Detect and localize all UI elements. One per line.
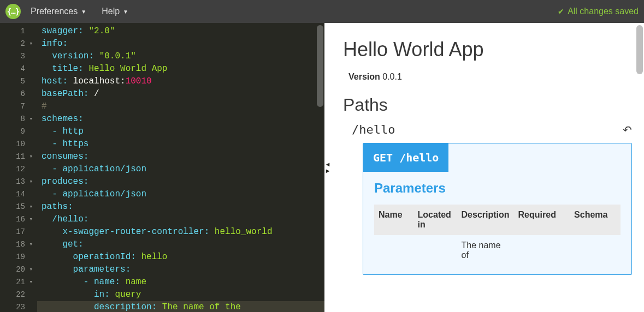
gutter-line: 2▾ — [0, 38, 33, 50]
td-required — [514, 235, 570, 266]
gutter-line: 18▾ — [0, 238, 33, 251]
code-line[interactable]: paths: — [42, 201, 324, 213]
table-row: The name of — [374, 235, 621, 266]
gutter-line: 6 — [0, 88, 33, 100]
editor-code[interactable]: swagger: "2.0"info: version: "0.0.1" tit… — [37, 23, 324, 312]
operation-header[interactable]: GET /hello — [363, 143, 631, 172]
gutter-line: 12 — [0, 163, 33, 176]
parameters-table: Name Located in Description Required Sch… — [374, 205, 621, 266]
gutter-line: 7 — [0, 100, 33, 113]
caret-down-icon: ▼ — [81, 9, 86, 15]
code-line[interactable]: info: — [42, 38, 324, 50]
gutter-line: 8▾ — [0, 113, 33, 125]
th-name: Name — [374, 205, 413, 235]
caret-down-icon: ▼ — [123, 9, 128, 15]
main: 12▾345678▾91011▾1213▾1415▾16▾1718▾1920▾2… — [0, 23, 644, 312]
save-status-text: All changes saved — [568, 7, 639, 16]
td-description: The name of — [457, 235, 514, 266]
gutter-line: 23 — [0, 301, 33, 312]
menu-help-label: Help — [102, 7, 120, 16]
editor-pane[interactable]: 12▾345678▾91011▾1213▾1415▾16▾1718▾1920▾2… — [0, 23, 324, 312]
preview-scrollbar[interactable] — [636, 25, 643, 74]
code-line[interactable]: - http — [42, 125, 324, 138]
menu-preferences-label: Preferences — [31, 7, 78, 16]
parameters-section: Parameters Name Located in Description R… — [363, 172, 631, 274]
code-line[interactable]: get: — [42, 238, 324, 251]
th-located-in: Located in — [413, 205, 457, 235]
gutter-line: 5 — [0, 75, 33, 88]
code-line[interactable]: # — [42, 100, 324, 113]
code-line[interactable]: x-swagger-router-controller: hello_world — [42, 226, 324, 238]
td-schema — [570, 235, 621, 266]
td-name — [374, 235, 413, 266]
code-line[interactable]: - application/json — [42, 163, 324, 176]
swagger-logo: {…} — [5, 4, 21, 19]
version-line: Version 0.0.1 — [348, 72, 632, 82]
th-description: Description — [457, 205, 514, 235]
paths-heading: Paths — [343, 95, 632, 115]
gutter-line: 9 — [0, 125, 33, 138]
chevron-right-icon: ▸ — [326, 167, 329, 174]
gutter-line: 21▾ — [0, 276, 33, 289]
gutter-line: 3 — [0, 50, 33, 63]
operation-card: GET /hello Parameters Name Located in De… — [363, 143, 632, 275]
code-line[interactable]: - https — [42, 138, 324, 151]
table-header-row: Name Located in Description Required Sch… — [374, 205, 621, 235]
gutter-line: 19 — [0, 251, 33, 263]
save-status: ✔ All changes saved — [558, 7, 639, 16]
reply-icon[interactable]: ↶ — [623, 123, 632, 136]
code-line[interactable]: parameters: — [42, 263, 324, 276]
code-line[interactable]: swagger: "2.0" — [42, 25, 324, 38]
code-line[interactable]: schemes: — [42, 113, 324, 125]
path-header[interactable]: /hello ↶ — [352, 123, 632, 136]
topbar: {…} Preferences ▼ Help ▼ ✔ All changes s… — [0, 0, 644, 23]
code-line[interactable]: in: query — [42, 289, 324, 301]
gutter-line: 15▾ — [0, 201, 33, 213]
code-line[interactable]: operationId: hello — [42, 251, 324, 263]
path-name: /hello — [352, 123, 395, 136]
api-title: Hello World App — [343, 38, 632, 61]
td-located-in — [413, 235, 457, 266]
th-schema: Schema — [570, 205, 621, 235]
code-line[interactable]: basePath: / — [42, 88, 324, 100]
gutter-line: 13▾ — [0, 176, 33, 188]
check-icon: ✔ — [558, 7, 564, 16]
splitter-handle[interactable]: ◂ ▸ — [324, 23, 331, 312]
gutter-line: 10 — [0, 138, 33, 151]
preview-pane: Hello World App Version 0.0.1 Paths /hel… — [331, 23, 644, 312]
code-line[interactable]: - application/json — [42, 188, 324, 201]
gutter-line: 17 — [0, 226, 33, 238]
gutter-line: 11▾ — [0, 151, 33, 163]
code-line[interactable]: version: "0.0.1" — [42, 50, 324, 63]
editor-gutter: 12▾345678▾91011▾1213▾1415▾16▾1718▾1920▾2… — [0, 23, 37, 312]
gutter-line: 4 — [0, 63, 33, 75]
code-line[interactable]: host: localhost:10010 — [42, 75, 324, 88]
code-line[interactable]: produces: — [42, 176, 324, 188]
menu-help[interactable]: Help ▼ — [102, 7, 128, 16]
code-line[interactable]: consumes: — [42, 151, 324, 163]
gutter-line: 20▾ — [0, 263, 33, 276]
code-line[interactable]: title: Hello World App — [42, 63, 324, 75]
parameters-heading: Parameters — [374, 181, 621, 196]
gutter-line: 16▾ — [0, 213, 33, 226]
code-line[interactable]: - name: name — [42, 276, 324, 289]
version-label: Version — [348, 72, 380, 81]
th-required: Required — [514, 205, 570, 235]
gutter-line: 1 — [0, 25, 33, 38]
gutter-line: 22 — [0, 289, 33, 301]
version-value: 0.0.1 — [382, 72, 402, 81]
editor-scrollbar[interactable] — [317, 25, 323, 107]
code-line[interactable]: /hello: — [42, 213, 324, 226]
code-line[interactable]: description: The name of the — [37, 301, 324, 312]
operation-method: GET /hello — [363, 143, 448, 172]
gutter-line: 14 — [0, 188, 33, 201]
menu-preferences[interactable]: Preferences ▼ — [31, 7, 86, 16]
